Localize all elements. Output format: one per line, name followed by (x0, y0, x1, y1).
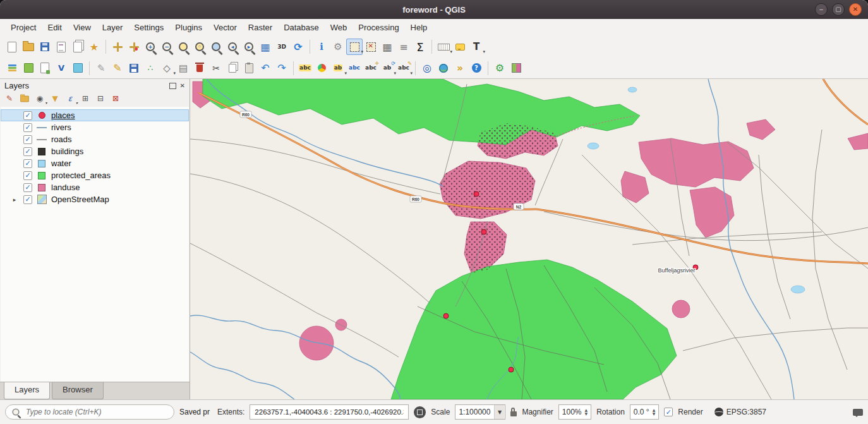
chevron-down-icon[interactable]: ▾ (76, 100, 78, 105)
new-spatialite-layer-button[interactable] (69, 60, 86, 76)
menu-processing[interactable]: Processing (353, 20, 404, 35)
minimize-button[interactable]: – (815, 3, 828, 16)
layer-label-water[interactable]: water (51, 159, 71, 168)
run-feature-action-button[interactable]: ⚙ (330, 39, 346, 55)
layer-checkbox-openstreetmap[interactable]: ✓ (23, 195, 32, 204)
current-edits-button[interactable]: ✎ (93, 60, 109, 76)
processing-toolbox-button[interactable]: ⚙ (491, 60, 508, 76)
copy-features-button[interactable] (224, 60, 241, 76)
remove-layer-button[interactable]: ⊠ (109, 92, 123, 105)
rotation-spinbox[interactable]: 0.0 ° ▲▼ (630, 404, 659, 420)
menu-layer[interactable]: Layer (97, 20, 129, 35)
locate-box[interactable] (5, 404, 174, 420)
refresh-button[interactable]: ⟳ (290, 39, 306, 55)
zoom-to-layer-button[interactable] (208, 39, 224, 55)
maximize-button[interactable]: ▢ (832, 3, 845, 16)
layer-label-rivers[interactable]: rivers (51, 123, 71, 132)
move-label-button[interactable]: abc✛ (363, 60, 379, 76)
layer-label-roads[interactable]: roads (51, 135, 72, 144)
layer-row-rivers[interactable]: ✓ rivers (1, 121, 189, 133)
chevron-down-icon[interactable]: ▾ (45, 100, 47, 105)
new-virtual-layer-button[interactable]: V (53, 60, 69, 76)
cut-features-button[interactable]: ✂ (208, 60, 224, 76)
select-features-button[interactable]: ▾ (346, 39, 363, 55)
expand-arrow-icon[interactable]: ▸ (9, 197, 20, 203)
pin-labels-button[interactable]: ab▾ (330, 60, 346, 76)
zoom-to-selection-button[interactable]: ◦ (191, 39, 208, 55)
chevron-down-icon[interactable]: ▾ (410, 71, 413, 76)
tab-browser[interactable]: Browser (52, 382, 104, 399)
redo-button[interactable]: ↷ (274, 60, 290, 76)
layer-checkbox-rivers[interactable]: ✓ (23, 123, 32, 132)
zoom-next-button[interactable]: ▸ (241, 39, 257, 55)
expand-all-button[interactable]: ⊞ (78, 92, 92, 105)
layer-label-places[interactable]: places (51, 111, 75, 120)
open-layer-styling-button[interactable]: ✎ (3, 92, 16, 105)
new-shapefile-layer-button[interactable] (37, 60, 53, 76)
pan-map-button[interactable] (109, 39, 126, 55)
menu-vector[interactable]: Vector (208, 20, 243, 35)
zoom-last-button[interactable]: ◂ (224, 39, 241, 55)
extents-toggle-button[interactable] (414, 406, 426, 418)
menu-project[interactable]: Project (5, 20, 42, 35)
title-bar[interactable]: foreword - QGIS – ▢ ✕ (0, 0, 868, 19)
map-tips-button[interactable] (452, 39, 468, 55)
open-attribute-table-button[interactable]: ▦ (379, 39, 395, 55)
panel-float-icon[interactable] (169, 83, 176, 89)
tab-layers[interactable]: Layers (4, 382, 50, 399)
lock-icon[interactable] (510, 411, 517, 416)
modify-attributes-button[interactable]: ▤ (175, 60, 191, 76)
field-calculator-button[interactable]: ≡ (395, 39, 412, 55)
web-service-button[interactable] (435, 60, 452, 76)
zoom-in-button[interactable]: + (142, 39, 159, 55)
add-group-button[interactable] (18, 92, 32, 105)
extents-box[interactable] (250, 404, 409, 420)
menu-web[interactable]: Web (325, 20, 353, 35)
layer-checkbox-water[interactable]: ✓ (23, 159, 32, 168)
highlight-pinned-labels-button[interactable]: abc (346, 60, 363, 76)
new-project-button[interactable] (4, 39, 20, 55)
layer-label-openstreetmap[interactable]: OpenStreetMap (51, 195, 109, 204)
rotate-label-button[interactable]: ab⟳▾ (379, 60, 395, 76)
delete-selected-button[interactable] (191, 60, 208, 76)
chevron-down-icon[interactable]: ▼ (494, 405, 504, 419)
menu-plugins[interactable]: Plugins (169, 20, 208, 35)
statistical-summary-button[interactable]: Σ (412, 39, 428, 55)
vertex-tool-button[interactable]: ◇▾ (159, 60, 175, 76)
layer-row-places[interactable]: ✓ places (1, 109, 189, 121)
change-label-properties-button[interactable]: abc✎▾ (395, 60, 412, 76)
undo-button[interactable]: ↶ (257, 60, 274, 76)
collapse-all-button[interactable]: ⊟ (93, 92, 107, 105)
filter-by-expression-button[interactable]: ε▾ (63, 92, 77, 105)
render-checkbox[interactable]: ✓ (664, 408, 673, 416)
text-annotation-button[interactable]: T▾ (468, 39, 485, 55)
menu-help[interactable]: Help (405, 20, 433, 35)
extents-value[interactable] (253, 408, 405, 416)
layer-row-landuse[interactable]: ✓ landuse (1, 181, 189, 193)
spinner-arrows-icon[interactable]: ▲▼ (585, 408, 588, 416)
toggle-editing-button[interactable]: ✎ (109, 60, 126, 76)
filter-legend-button[interactable]: ▼ (48, 92, 62, 105)
new-print-layout-button[interactable] (53, 39, 69, 55)
menu-settings[interactable]: Settings (128, 20, 169, 35)
new-geopackage-layer-button[interactable] (20, 60, 37, 76)
crs-status-button[interactable]: EPSG:3857 (714, 408, 766, 416)
spinner-arrows-icon[interactable]: ▲▼ (653, 408, 656, 416)
deselect-features-button[interactable]: ✕ (363, 39, 379, 55)
panel-close-icon[interactable]: ✕ (180, 82, 185, 89)
scale-combo[interactable]: 1:100000 ▼ (455, 404, 505, 420)
layer-row-openstreetmap[interactable]: ▸ ✓ OpenStreetMap (1, 193, 189, 205)
layer-diagram-options-button[interactable] (313, 60, 330, 76)
locate-input[interactable] (25, 407, 168, 417)
menu-raster[interactable]: Raster (243, 20, 278, 35)
menu-edit[interactable]: Edit (42, 20, 67, 35)
layer-checkbox-roads[interactable]: ✓ (23, 135, 32, 144)
python-console-button[interactable]: » (452, 60, 468, 76)
layer-row-water[interactable]: ✓ water (1, 157, 189, 169)
pan-to-selection-button[interactable] (126, 39, 142, 55)
add-point-feature-button[interactable]: ∴ (142, 60, 159, 76)
menu-view[interactable]: View (68, 20, 97, 35)
plugin-manager-button[interactable] (508, 60, 524, 76)
layer-label-protected-areas[interactable]: protected_areas (51, 171, 111, 180)
magnifier-spinbox[interactable]: 100% ▲▼ (558, 404, 591, 420)
